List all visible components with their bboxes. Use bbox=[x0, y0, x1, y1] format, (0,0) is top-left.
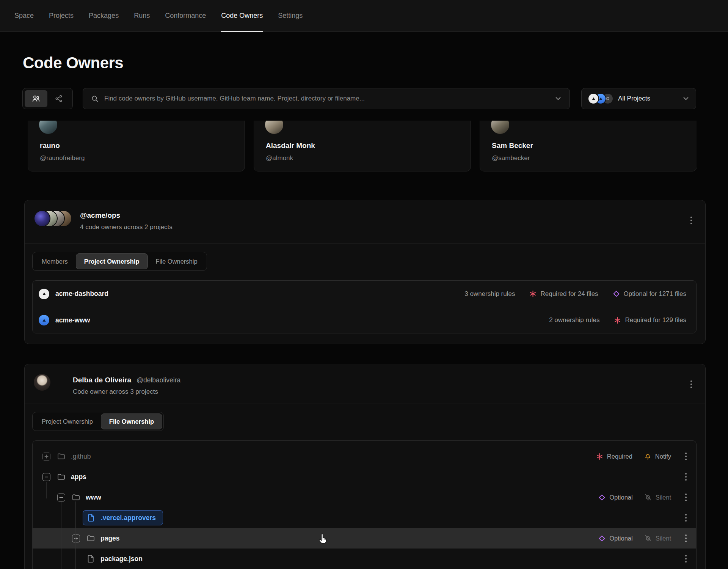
project-icon-stack bbox=[588, 93, 613, 104]
minus-box-icon[interactable] bbox=[57, 494, 65, 501]
person-card-delba: Delba de Oliveira@delbaoliveira Code own… bbox=[24, 364, 706, 569]
nav-item-packages[interactable]: Packages bbox=[89, 0, 119, 31]
person-handle: @delbaoliveira bbox=[136, 376, 180, 384]
avatar bbox=[34, 374, 50, 391]
nav-item-code-owners[interactable]: Code Owners bbox=[221, 0, 263, 31]
team-card-acme-ops: @acme/ops 4 code owners across 2 project… bbox=[24, 200, 706, 344]
owner-name: Alasdair Monk bbox=[266, 141, 315, 150]
divider bbox=[25, 243, 705, 244]
tree-row-www[interactable]: www Optional Silent bbox=[33, 487, 696, 508]
asterisk-icon bbox=[529, 290, 537, 297]
tree-guide-line bbox=[46, 482, 47, 498]
search-input[interactable] bbox=[104, 95, 549, 102]
tree-row-package-json[interactable]: package.json bbox=[33, 549, 696, 569]
people-icon bbox=[31, 94, 41, 103]
kebab-menu-icon[interactable] bbox=[690, 380, 692, 388]
triangle-logo-icon bbox=[39, 289, 49, 299]
top-nav: Space Projects Packages Runs Conformance… bbox=[0, 0, 728, 32]
tab-members[interactable]: Members bbox=[34, 253, 76, 269]
person-subtitle: Code owner across 3 projects bbox=[73, 388, 158, 396]
chevron-down-icon bbox=[682, 95, 690, 102]
tree-row-apps[interactable]: apps bbox=[33, 467, 696, 487]
divider bbox=[25, 404, 705, 404]
file-icon bbox=[86, 554, 96, 563]
diamond-icon bbox=[613, 290, 620, 297]
owner-card-sam[interactable]: Sam Becker @sambecker bbox=[480, 121, 697, 171]
page-title: Code Owners bbox=[23, 54, 123, 72]
nav-item-conformance[interactable]: Conformance bbox=[165, 0, 206, 31]
owner-card-alasdair[interactable]: Alasdair Monk @almonk bbox=[254, 121, 471, 171]
folder-icon bbox=[57, 452, 66, 461]
folder-icon bbox=[86, 534, 96, 543]
silent-badge[interactable]: Silent bbox=[644, 534, 671, 542]
kebab-menu-icon[interactable] bbox=[690, 216, 692, 225]
selected-file-chip[interactable]: .vercel.approvers bbox=[83, 510, 163, 525]
tree-row-pages[interactable]: pages Optional Silent bbox=[33, 528, 696, 549]
tree-item-label: .vercel.approvers bbox=[101, 514, 156, 522]
avatar bbox=[265, 121, 283, 134]
nav-item-runs[interactable]: Runs bbox=[134, 0, 150, 31]
minus-box-icon[interactable] bbox=[42, 473, 50, 481]
people-view-button[interactable] bbox=[25, 90, 47, 107]
share-network-icon bbox=[55, 94, 63, 103]
nav-item-space[interactable]: Space bbox=[14, 0, 34, 31]
notify-badge[interactable]: Notify bbox=[644, 453, 671, 460]
kebab-menu-icon[interactable] bbox=[682, 553, 689, 564]
required-badge[interactable]: Required bbox=[596, 453, 632, 460]
tree-item-label: pages bbox=[100, 534, 120, 542]
team-name: @acme/ops bbox=[80, 211, 120, 220]
owner-cards-row: rauno @raunofreiberg Alasdair Monk @almo… bbox=[28, 121, 697, 173]
tab-file-ownership[interactable]: File Ownership bbox=[101, 413, 162, 429]
avatar bbox=[39, 121, 57, 134]
avatar bbox=[491, 121, 509, 134]
tree-row-vercel-approvers[interactable]: .vercel.approvers bbox=[33, 508, 696, 528]
kebab-menu-icon[interactable] bbox=[682, 533, 689, 544]
owner-handle: @sambecker bbox=[492, 154, 530, 162]
plus-box-icon[interactable] bbox=[72, 534, 80, 542]
optional-badge: Optional for 1271 files bbox=[613, 290, 686, 298]
person-card-tabs: Project Ownership File Ownership bbox=[32, 412, 164, 431]
tree-item-label: apps bbox=[71, 473, 86, 481]
avatar bbox=[34, 210, 50, 227]
project-name: acme-www bbox=[55, 316, 549, 324]
team-card-tabs: Members Project Ownership File Ownership bbox=[32, 252, 207, 271]
asterisk-icon bbox=[596, 453, 603, 460]
silent-badge[interactable]: Silent bbox=[644, 494, 671, 501]
vercel-white-project-icon bbox=[588, 93, 599, 104]
ownership-rules-count: 3 ownership rules bbox=[464, 290, 515, 298]
view-toggle bbox=[22, 88, 73, 109]
nav-item-settings[interactable]: Settings bbox=[278, 0, 303, 31]
owner-card-rauno[interactable]: rauno @raunofreiberg bbox=[28, 121, 245, 171]
plus-box-icon[interactable] bbox=[42, 453, 50, 461]
project-row-acme-dashboard[interactable]: acme-dashboard 3 ownership rules Require… bbox=[33, 281, 696, 307]
tree-row-github[interactable]: .github Required Notify bbox=[33, 446, 696, 467]
code-owners-page: { "nav": { "items": [ { "label": "Space"… bbox=[0, 0, 728, 569]
tab-project-ownership[interactable]: Project Ownership bbox=[34, 413, 101, 429]
diamond-icon bbox=[598, 494, 606, 501]
optional-badge[interactable]: Optional bbox=[598, 535, 632, 542]
optional-badge[interactable]: Optional bbox=[598, 494, 632, 501]
tree-item-label: .github bbox=[71, 453, 91, 461]
nav-item-projects[interactable]: Projects bbox=[49, 0, 74, 31]
kebab-menu-icon[interactable] bbox=[682, 512, 689, 523]
project-ownership-table: acme-dashboard 3 ownership rules Require… bbox=[32, 280, 697, 333]
owner-name: Sam Becker bbox=[492, 141, 533, 150]
tree-item-label: www bbox=[86, 494, 101, 501]
owner-name: rauno bbox=[40, 141, 60, 150]
share-view-button[interactable] bbox=[47, 90, 70, 107]
owner-handle: @almonk bbox=[266, 154, 293, 162]
tree-item-label: package.json bbox=[100, 555, 143, 563]
bell-slash-icon bbox=[644, 494, 652, 501]
project-row-acme-www[interactable]: acme-www 2 ownership rules Required for … bbox=[33, 307, 696, 333]
kebab-menu-icon[interactable] bbox=[682, 492, 689, 503]
kebab-menu-icon[interactable] bbox=[682, 451, 689, 462]
ownership-rules-count: 2 ownership rules bbox=[549, 316, 599, 324]
owner-handle: @raunofreiberg bbox=[40, 154, 85, 162]
chevron-down-icon[interactable] bbox=[554, 95, 562, 102]
bell-slash-icon bbox=[644, 534, 652, 542]
projects-filter-dropdown[interactable]: All Projects bbox=[581, 88, 696, 109]
folder-icon bbox=[72, 493, 81, 502]
tab-project-ownership[interactable]: Project Ownership bbox=[76, 253, 148, 269]
kebab-menu-icon[interactable] bbox=[682, 471, 689, 483]
tab-file-ownership[interactable]: File Ownership bbox=[148, 253, 206, 269]
